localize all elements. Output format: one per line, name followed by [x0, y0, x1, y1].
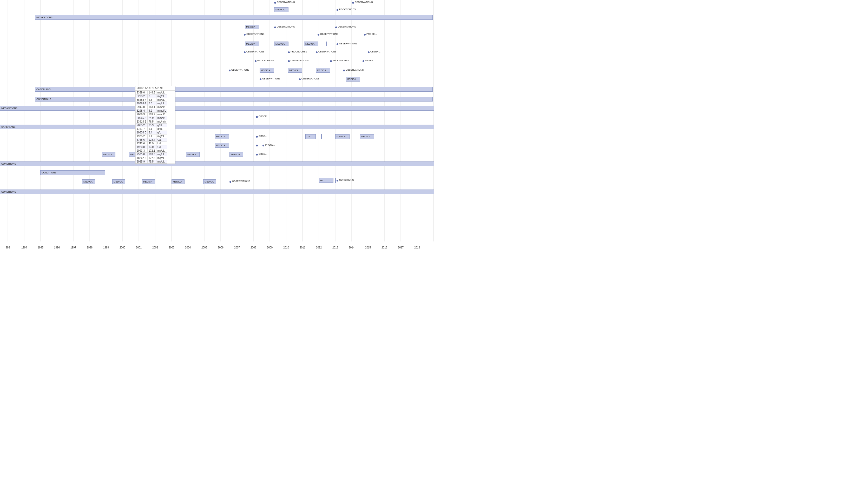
point-proce-2[interactable]: [364, 34, 366, 36]
tooltip-timestamp: 2010-11-18T23:59:59Z: [135, 86, 175, 90]
point-procedures-1[interactable]: [336, 9, 338, 11]
point-observations-10[interactable]: [316, 51, 318, 53]
bar-medica-13[interactable]: MEDICA: [215, 143, 229, 148]
point-procedures-5[interactable]: [330, 60, 332, 62]
bar-medica-5[interactable]: MEDICA: [304, 41, 318, 46]
point-observations-13[interactable]: [343, 70, 345, 71]
point-observations-17[interactable]: [256, 136, 258, 137]
bar-medica-10[interactable]: MEDICA: [215, 134, 229, 139]
bar-conditions-bottom2[interactable]: CONDITIONS: [40, 170, 105, 175]
bar-medica-9[interactable]: MEDICA: [346, 77, 360, 82]
bar-conditions-main[interactable]: CONDITIONS: [35, 97, 433, 101]
year-2001: 2001: [136, 246, 142, 249]
point-obse-4[interactable]: [256, 154, 258, 156]
year-2010: 2010: [283, 246, 289, 249]
year-2014: 2014: [349, 246, 355, 249]
bar-conditions-bottom3[interactable]: CONDITIONS: [0, 190, 434, 194]
bar-medica-19[interactable]: MEDICA: [82, 179, 95, 184]
bar-conditions-bottom1[interactable]: CONDITIONS: [0, 161, 434, 166]
year-1999: 1999: [103, 246, 109, 249]
label-observations-10: OBSERVATIONS: [318, 50, 336, 53]
bar-medica-7[interactable]: MEDICA: [288, 68, 302, 73]
year-2011: 2011: [300, 246, 305, 249]
point-observations-11[interactable]: [288, 60, 290, 62]
year-2006: 2006: [218, 246, 224, 249]
label-obser-2: OBSER...: [365, 59, 375, 62]
label-observations-15: OBSERVATIONS: [301, 77, 320, 80]
year-2016: 2016: [381, 246, 387, 249]
bar-careplans-main[interactable]: CAREPLANS: [35, 87, 433, 92]
bar-medica-2[interactable]: MEDICA: [245, 25, 259, 29]
bar-medica-3[interactable]: MEDICA: [245, 41, 259, 46]
label-observations-8: OBSERVATIONS: [339, 42, 357, 45]
year-1995: 1995: [38, 246, 44, 249]
bar-medica-11[interactable]: MEDICA: [335, 134, 349, 139]
point-observations-15[interactable]: [299, 78, 301, 80]
bar-medica-8[interactable]: MEDICA: [316, 68, 330, 73]
label-observations-19: OBSERVATIONS: [232, 180, 250, 183]
point-observations-12[interactable]: [229, 70, 230, 71]
bar-medica-23[interactable]: MEDICA: [203, 179, 216, 184]
bar-medica-17[interactable]: MEDICA: [186, 152, 200, 157]
point-observations-14[interactable]: [260, 78, 261, 80]
year-axis: 993 1994 1995 1996 1997 1998 1999 2000 2…: [0, 243, 434, 250]
point-obser-1[interactable]: [368, 51, 370, 53]
point-observations-8[interactable]: [336, 44, 338, 45]
label-procedures-1: PROCEDURES: [339, 8, 356, 11]
point-observations-5[interactable]: [335, 26, 337, 28]
bar-medica-small: [326, 41, 327, 46]
bar-medica-12[interactable]: MEDICA: [360, 134, 374, 139]
point-procedures-4[interactable]: [255, 60, 257, 62]
point-observations-16[interactable]: [256, 116, 258, 118]
bar-medica-4[interactable]: MEDICA: [274, 41, 288, 46]
bar-medica-14[interactable]: MEDICA: [102, 152, 115, 157]
year-2008: 2008: [251, 246, 256, 249]
bar-medica-21[interactable]: MEDICA: [142, 179, 155, 184]
bar-medica-22[interactable]: MEDICA: [171, 179, 185, 184]
year-2013: 2013: [332, 246, 338, 249]
label-observations-6: OBSERVATIONS: [246, 33, 264, 35]
label-procedures-5: PROCEDURES: [333, 59, 349, 62]
tooltip-table: 2339-0148.3mg/dL6299-28.5mg/dL38483-42.6…: [135, 90, 167, 163]
bar-small-1: [321, 134, 322, 139]
label-observations-4: OBSERVATIONS: [277, 25, 295, 28]
point-observations-19[interactable]: [229, 181, 231, 183]
label-observations-14: OBSERVATIONS: [262, 77, 281, 80]
bar-ns: NS: [319, 178, 333, 183]
point-observations-6[interactable]: [244, 34, 246, 36]
bar-medica-ca[interactable]: CA: [305, 134, 316, 139]
point-procedures-3[interactable]: [288, 51, 290, 53]
tooltip-popup: 2010-11-18T23:59:59Z 2339-0148.3mg/dL629…: [135, 86, 176, 164]
label-observations-1: OBSERVATIONS: [277, 1, 295, 3]
year-2017: 2017: [398, 246, 404, 249]
year-2003: 2003: [169, 246, 174, 249]
year-1998: 1998: [87, 246, 93, 249]
bar-medica-18[interactable]: MEDICA: [229, 152, 243, 157]
bar-medications-main[interactable]: MEDICATIONS: [35, 15, 433, 20]
year-2005: 2005: [201, 246, 207, 249]
year-993: 993: [6, 246, 10, 249]
point-obs-conditions[interactable]: [336, 180, 338, 182]
label-obser-1: OBSER...: [370, 50, 380, 53]
year-2018: 2018: [414, 246, 420, 249]
point-observations-7[interactable]: [318, 34, 319, 36]
point-observations-4[interactable]: [274, 26, 276, 28]
year-2007: 2007: [234, 246, 240, 249]
bar-small-2: [335, 178, 336, 183]
point-observations-9[interactable]: [244, 51, 246, 53]
label-observations-13: OBSERVATIONS: [346, 69, 364, 71]
bar-medica-6[interactable]: MEDICA: [260, 68, 274, 73]
label-obse-4: OBSE...: [259, 153, 267, 155]
label-procedures-4: PROCEDURES: [257, 59, 274, 62]
year-1996: 1996: [54, 246, 60, 249]
point-obser-2[interactable]: [362, 60, 364, 62]
year-2012: 2012: [316, 246, 322, 249]
bar-medications-left[interactable]: MEDICATIONS: [0, 106, 434, 111]
point-observations-2[interactable]: [352, 2, 354, 4]
point-observations-1[interactable]: [274, 2, 276, 4]
point-proce-6[interactable]: [262, 145, 264, 146]
bar-medica-20[interactable]: MEDICA: [112, 179, 125, 184]
bar-careplans-left[interactable]: CAREPLANS: [0, 125, 434, 129]
point-observations-18[interactable]: [256, 145, 258, 146]
bar-medica-1[interactable]: MEDICA: [274, 7, 288, 12]
